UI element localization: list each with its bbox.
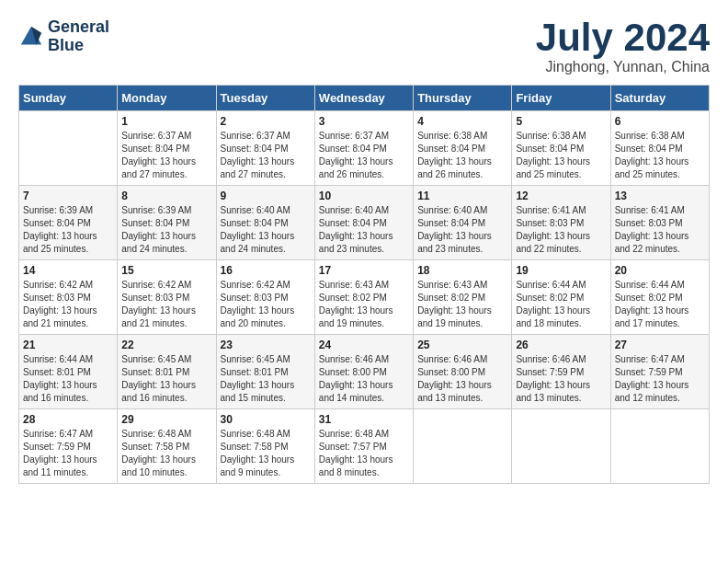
calendar-cell: 12Sunrise: 6:41 AM Sunset: 8:03 PM Dayli…	[512, 186, 610, 260]
day-number: 28	[23, 413, 113, 426]
day-number: 15	[121, 264, 211, 277]
day-info: Sunrise: 6:37 AM Sunset: 8:04 PM Dayligh…	[121, 130, 211, 181]
calendar-week-1: 1Sunrise: 6:37 AM Sunset: 8:04 PM Daylig…	[19, 111, 710, 186]
day-number: 4	[417, 115, 507, 128]
calendar-cell: 3Sunrise: 6:37 AM Sunset: 8:04 PM Daylig…	[314, 111, 413, 186]
logo-line1: General	[48, 18, 109, 37]
day-info: Sunrise: 6:42 AM Sunset: 8:03 PM Dayligh…	[23, 279, 113, 330]
calendar-cell	[512, 409, 610, 484]
calendar-week-3: 14Sunrise: 6:42 AM Sunset: 8:03 PM Dayli…	[19, 260, 710, 335]
day-info: Sunrise: 6:44 AM Sunset: 8:01 PM Dayligh…	[23, 353, 113, 405]
calendar-cell: 18Sunrise: 6:43 AM Sunset: 8:02 PM Dayli…	[414, 260, 512, 335]
day-info: Sunrise: 6:47 AM Sunset: 7:59 PM Dayligh…	[23, 428, 113, 479]
calendar-cell	[19, 111, 118, 186]
calendar-week-2: 7Sunrise: 6:39 AM Sunset: 8:04 PM Daylig…	[19, 186, 710, 260]
day-number: 27	[615, 339, 705, 351]
day-number: 31	[319, 413, 409, 426]
column-header-friday: Friday	[512, 86, 610, 111]
day-number: 11	[417, 190, 507, 202]
day-number: 13	[615, 190, 705, 202]
logo: General Blue	[18, 18, 109, 55]
calendar-cell: 28Sunrise: 6:47 AM Sunset: 7:59 PM Dayli…	[19, 409, 118, 484]
day-info: Sunrise: 6:41 AM Sunset: 8:03 PM Dayligh…	[516, 204, 606, 256]
column-header-sunday: Sunday	[19, 86, 118, 111]
day-number: 1	[121, 115, 211, 128]
calendar-cell: 2Sunrise: 6:37 AM Sunset: 8:04 PM Daylig…	[216, 111, 314, 186]
day-number: 21	[23, 339, 113, 351]
calendar-cell: 1Sunrise: 6:37 AM Sunset: 8:04 PM Daylig…	[118, 111, 216, 186]
day-info: Sunrise: 6:48 AM Sunset: 7:57 PM Dayligh…	[319, 428, 409, 479]
day-info: Sunrise: 6:37 AM Sunset: 8:04 PM Dayligh…	[221, 130, 311, 181]
header: General Blue July 2024 Jinghong, Yunnan,…	[18, 18, 710, 75]
day-info: Sunrise: 6:45 AM Sunset: 8:01 PM Dayligh…	[121, 353, 211, 405]
day-info: Sunrise: 6:48 AM Sunset: 7:58 PM Dayligh…	[121, 428, 211, 479]
calendar-cell: 27Sunrise: 6:47 AM Sunset: 7:59 PM Dayli…	[610, 335, 709, 409]
day-number: 12	[516, 190, 606, 202]
day-number: 19	[516, 264, 606, 277]
calendar-cell: 31Sunrise: 6:48 AM Sunset: 7:57 PM Dayli…	[314, 409, 413, 484]
day-info: Sunrise: 6:40 AM Sunset: 8:04 PM Dayligh…	[221, 204, 311, 256]
day-info: Sunrise: 6:46 AM Sunset: 8:00 PM Dayligh…	[417, 353, 507, 405]
day-number: 18	[417, 264, 507, 277]
calendar-cell: 21Sunrise: 6:44 AM Sunset: 8:01 PM Dayli…	[19, 335, 118, 409]
calendar-header-row: SundayMondayTuesdayWednesdayThursdayFrid…	[19, 86, 710, 111]
calendar-cell: 10Sunrise: 6:40 AM Sunset: 8:04 PM Dayli…	[314, 186, 413, 260]
calendar-cell: 29Sunrise: 6:48 AM Sunset: 7:58 PM Dayli…	[118, 409, 216, 484]
day-number: 26	[516, 339, 606, 351]
calendar-week-4: 21Sunrise: 6:44 AM Sunset: 8:01 PM Dayli…	[19, 335, 710, 409]
day-info: Sunrise: 6:44 AM Sunset: 8:02 PM Dayligh…	[615, 279, 705, 330]
calendar-cell: 22Sunrise: 6:45 AM Sunset: 8:01 PM Dayli…	[118, 335, 216, 409]
logo-icon	[18, 24, 44, 50]
day-number: 2	[221, 115, 311, 128]
day-number: 24	[319, 339, 409, 351]
day-info: Sunrise: 6:44 AM Sunset: 8:02 PM Dayligh…	[516, 279, 606, 330]
calendar-cell: 14Sunrise: 6:42 AM Sunset: 8:03 PM Dayli…	[19, 260, 118, 335]
day-info: Sunrise: 6:48 AM Sunset: 7:58 PM Dayligh…	[221, 428, 311, 479]
calendar-cell: 15Sunrise: 6:42 AM Sunset: 8:03 PM Dayli…	[118, 260, 216, 335]
day-number: 8	[121, 190, 211, 202]
calendar-cell: 20Sunrise: 6:44 AM Sunset: 8:02 PM Dayli…	[610, 260, 709, 335]
day-info: Sunrise: 6:46 AM Sunset: 8:00 PM Dayligh…	[319, 353, 409, 405]
day-info: Sunrise: 6:40 AM Sunset: 8:04 PM Dayligh…	[417, 204, 507, 256]
day-info: Sunrise: 6:38 AM Sunset: 8:04 PM Dayligh…	[615, 130, 705, 181]
day-info: Sunrise: 6:42 AM Sunset: 8:03 PM Dayligh…	[221, 279, 311, 330]
day-number: 7	[23, 190, 113, 202]
calendar-cell: 11Sunrise: 6:40 AM Sunset: 8:04 PM Dayli…	[414, 186, 512, 260]
day-info: Sunrise: 6:40 AM Sunset: 8:04 PM Dayligh…	[319, 204, 409, 256]
day-number: 16	[221, 264, 311, 277]
location-title: Jinghong, Yunnan, China	[536, 59, 710, 75]
day-info: Sunrise: 6:43 AM Sunset: 8:02 PM Dayligh…	[319, 279, 409, 330]
calendar-cell: 30Sunrise: 6:48 AM Sunset: 7:58 PM Dayli…	[216, 409, 314, 484]
month-title: July 2024	[536, 18, 710, 57]
day-info: Sunrise: 6:42 AM Sunset: 8:03 PM Dayligh…	[121, 279, 211, 330]
calendar-cell: 7Sunrise: 6:39 AM Sunset: 8:04 PM Daylig…	[19, 186, 118, 260]
day-number: 6	[615, 115, 705, 128]
column-header-monday: Monday	[118, 86, 216, 111]
calendar-cell: 17Sunrise: 6:43 AM Sunset: 8:02 PM Dayli…	[314, 260, 413, 335]
calendar-cell: 26Sunrise: 6:46 AM Sunset: 7:59 PM Dayli…	[512, 335, 610, 409]
day-number: 23	[221, 339, 311, 351]
calendar-week-5: 28Sunrise: 6:47 AM Sunset: 7:59 PM Dayli…	[19, 409, 710, 484]
calendar-cell: 24Sunrise: 6:46 AM Sunset: 8:00 PM Dayli…	[314, 335, 413, 409]
day-number: 5	[516, 115, 606, 128]
day-number: 9	[221, 190, 311, 202]
calendar-cell: 9Sunrise: 6:40 AM Sunset: 8:04 PM Daylig…	[216, 186, 314, 260]
day-info: Sunrise: 6:45 AM Sunset: 8:01 PM Dayligh…	[221, 353, 311, 405]
column-header-saturday: Saturday	[610, 86, 709, 111]
day-info: Sunrise: 6:38 AM Sunset: 8:04 PM Dayligh…	[417, 130, 507, 181]
calendar-cell: 8Sunrise: 6:39 AM Sunset: 8:04 PM Daylig…	[118, 186, 216, 260]
day-info: Sunrise: 6:39 AM Sunset: 8:04 PM Dayligh…	[23, 204, 113, 256]
day-info: Sunrise: 6:38 AM Sunset: 8:04 PM Dayligh…	[516, 130, 606, 181]
logo-line2: Blue	[48, 37, 109, 55]
day-info: Sunrise: 6:37 AM Sunset: 8:04 PM Dayligh…	[319, 130, 409, 181]
calendar-cell: 25Sunrise: 6:46 AM Sunset: 8:00 PM Dayli…	[414, 335, 512, 409]
calendar-cell	[414, 409, 512, 484]
column-header-wednesday: Wednesday	[314, 86, 413, 111]
calendar-cell: 6Sunrise: 6:38 AM Sunset: 8:04 PM Daylig…	[610, 111, 709, 186]
day-info: Sunrise: 6:39 AM Sunset: 8:04 PM Dayligh…	[121, 204, 211, 256]
calendar-cell	[610, 409, 709, 484]
day-number: 3	[319, 115, 409, 128]
day-info: Sunrise: 6:43 AM Sunset: 8:02 PM Dayligh…	[417, 279, 507, 330]
calendar-table: SundayMondayTuesdayWednesdayThursdayFrid…	[18, 85, 710, 484]
day-info: Sunrise: 6:41 AM Sunset: 8:03 PM Dayligh…	[615, 204, 705, 256]
